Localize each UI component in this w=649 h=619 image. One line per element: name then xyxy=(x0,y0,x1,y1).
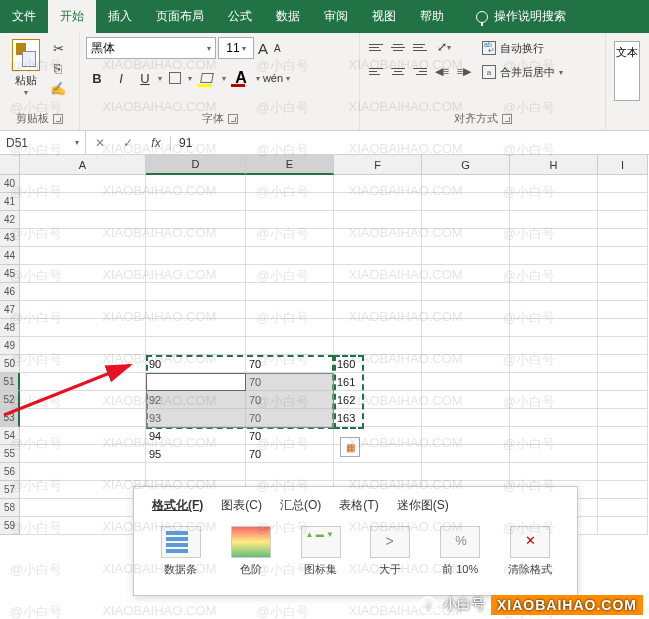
cell-E54[interactable]: 70 xyxy=(246,427,334,445)
cell-H49[interactable] xyxy=(510,337,598,355)
cell-E42[interactable] xyxy=(246,211,334,229)
align-center-button[interactable] xyxy=(388,61,408,81)
cell-H43[interactable] xyxy=(510,229,598,247)
tab-data[interactable]: 数据 xyxy=(264,0,312,33)
cell-E46[interactable] xyxy=(246,283,334,301)
cell-I45[interactable] xyxy=(598,265,648,283)
cell-D52[interactable]: 92 xyxy=(146,391,246,409)
cell-D47[interactable] xyxy=(146,301,246,319)
cell-A59[interactable] xyxy=(20,517,146,535)
tab-page-layout[interactable]: 页面布局 xyxy=(144,0,216,33)
cell-F51[interactable]: 161 xyxy=(334,373,422,391)
tab-help[interactable]: 帮助 xyxy=(408,0,456,33)
cell-H51[interactable] xyxy=(510,373,598,391)
increase-indent-button[interactable]: ≡▶ xyxy=(454,61,474,81)
select-all-corner[interactable] xyxy=(0,155,20,175)
cell-A55[interactable] xyxy=(20,445,146,463)
cell-G54[interactable] xyxy=(422,427,510,445)
cell-A54[interactable] xyxy=(20,427,146,445)
cell-E48[interactable] xyxy=(246,319,334,337)
cell-G50[interactable] xyxy=(422,355,510,373)
cell-E51[interactable]: 70 xyxy=(246,373,334,391)
cell-G56[interactable] xyxy=(422,463,510,481)
number-format-select[interactable]: 文本 xyxy=(614,41,640,101)
col-header-g[interactable]: G xyxy=(422,155,510,175)
font-size-select[interactable]: 11 ▾ xyxy=(218,37,254,59)
cell-F56[interactable] xyxy=(334,463,422,481)
cell-H40[interactable] xyxy=(510,175,598,193)
cell-G47[interactable] xyxy=(422,301,510,319)
cell-D46[interactable] xyxy=(146,283,246,301)
cell-H45[interactable] xyxy=(510,265,598,283)
col-header-d[interactable]: D xyxy=(146,155,246,175)
cell-E55[interactable]: 70 xyxy=(246,445,334,463)
cell-G41[interactable] xyxy=(422,193,510,211)
cell-I48[interactable] xyxy=(598,319,648,337)
cell-I58[interactable] xyxy=(598,499,648,517)
cell-H50[interactable] xyxy=(510,355,598,373)
cell-A51[interactable] xyxy=(20,373,146,391)
qa-tab-total[interactable]: 汇总(O) xyxy=(280,497,321,514)
cell-F49[interactable] xyxy=(334,337,422,355)
row-header[interactable]: 41 xyxy=(0,193,20,211)
align-bottom-button[interactable] xyxy=(410,37,430,57)
cell-I49[interactable] xyxy=(598,337,648,355)
format-painter-button[interactable]: ✍ xyxy=(50,81,66,97)
row-header[interactable]: 47 xyxy=(0,301,20,319)
qa-opt-colorscale[interactable]: 色阶 xyxy=(226,526,276,577)
bold-button[interactable]: B xyxy=(86,67,108,89)
cell-A47[interactable] xyxy=(20,301,146,319)
cell-F40[interactable] xyxy=(334,175,422,193)
row-header[interactable]: 45 xyxy=(0,265,20,283)
formula-cancel-button[interactable]: ✕ xyxy=(86,136,114,150)
cell-F44[interactable] xyxy=(334,247,422,265)
cell-E49[interactable] xyxy=(246,337,334,355)
cell-H46[interactable] xyxy=(510,283,598,301)
cell-I57[interactable] xyxy=(598,481,648,499)
cell-E40[interactable] xyxy=(246,175,334,193)
qa-opt-top10[interactable]: 前 10% xyxy=(435,526,485,577)
row-header[interactable]: 42 xyxy=(0,211,20,229)
row-header[interactable]: 46 xyxy=(0,283,20,301)
formula-input[interactable]: 91 xyxy=(171,136,649,150)
cell-I47[interactable] xyxy=(598,301,648,319)
cell-D55[interactable]: 95 xyxy=(146,445,246,463)
cell-A48[interactable] xyxy=(20,319,146,337)
cell-G44[interactable] xyxy=(422,247,510,265)
cell-D49[interactable] xyxy=(146,337,246,355)
cell-I43[interactable] xyxy=(598,229,648,247)
italic-button[interactable]: I xyxy=(110,67,132,89)
tab-file[interactable]: 文件 xyxy=(0,0,48,33)
cell-D41[interactable] xyxy=(146,193,246,211)
col-header-h[interactable]: H xyxy=(510,155,598,175)
cell-I55[interactable] xyxy=(598,445,648,463)
chevron-down-icon[interactable]: ▾ xyxy=(158,74,162,83)
cut-button[interactable]: ✂ xyxy=(50,41,66,57)
cell-D40[interactable] xyxy=(146,175,246,193)
decrease-indent-button[interactable]: ◀≡ xyxy=(432,61,452,81)
tell-me-search[interactable]: 操作说明搜索 xyxy=(464,0,578,33)
cell-D45[interactable] xyxy=(146,265,246,283)
font-color-button[interactable]: A xyxy=(228,67,254,89)
cell-F42[interactable] xyxy=(334,211,422,229)
cell-A52[interactable] xyxy=(20,391,146,409)
cell-G53[interactable] xyxy=(422,409,510,427)
cell-G48[interactable] xyxy=(422,319,510,337)
cell-E41[interactable] xyxy=(246,193,334,211)
cell-A58[interactable] xyxy=(20,499,146,517)
quick-analysis-button[interactable]: ▦ xyxy=(340,437,360,457)
cell-A42[interactable] xyxy=(20,211,146,229)
cell-I41[interactable] xyxy=(598,193,648,211)
cell-E56[interactable] xyxy=(246,463,334,481)
row-header[interactable]: 59 xyxy=(0,517,20,535)
qa-tab-format[interactable]: 格式化(F) xyxy=(152,497,203,514)
chevron-down-icon[interactable]: ▾ xyxy=(188,74,192,83)
merge-center-button[interactable]: a 合并后居中 ▾ xyxy=(478,61,567,83)
cell-D42[interactable] xyxy=(146,211,246,229)
row-header[interactable]: 52 xyxy=(0,391,20,409)
cell-D44[interactable] xyxy=(146,247,246,265)
row-header[interactable]: 55 xyxy=(0,445,20,463)
cell-G42[interactable] xyxy=(422,211,510,229)
align-left-button[interactable] xyxy=(366,61,386,81)
cell-D56[interactable] xyxy=(146,463,246,481)
